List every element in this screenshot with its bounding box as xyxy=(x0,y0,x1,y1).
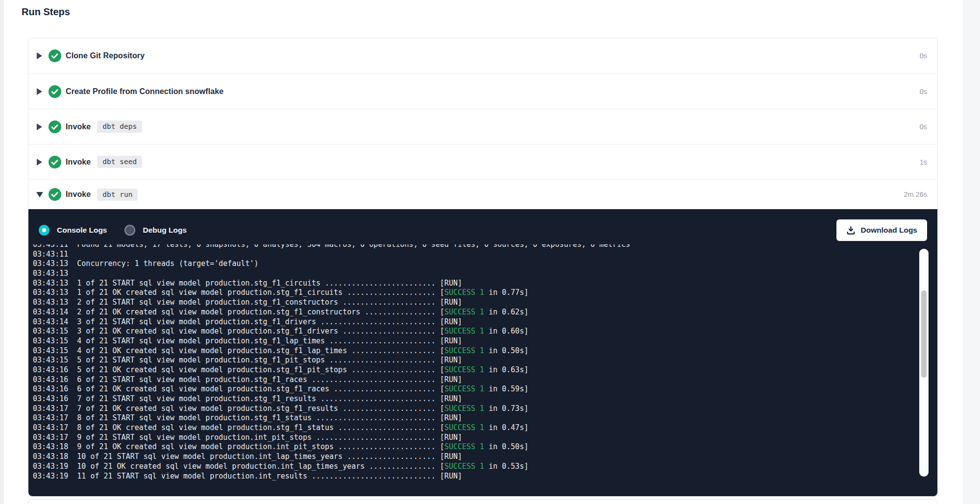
debug-logs-radio[interactable]: Debug Logs xyxy=(124,225,187,236)
step-title: Create Profile from Connection snowflake xyxy=(66,87,223,96)
log-line: 03:43:17 8 of 21 START sql view model pr… xyxy=(33,413,937,423)
step-title: Clone Git Repository xyxy=(66,51,145,60)
page-left-gutter xyxy=(0,0,4,504)
log-line: 03:43:17 9 of 21 START sql view model pr… xyxy=(33,433,937,443)
log-line: 03:43:13 2 of 21 START sql view model pr… xyxy=(33,298,937,308)
download-logs-label: Download Logs xyxy=(861,226,917,235)
log-scrollbar-track[interactable] xyxy=(919,249,929,477)
chevron-right-icon[interactable] xyxy=(36,123,43,130)
success-check-icon xyxy=(49,49,61,62)
log-lines: 03:43:11 Found 21 models, 17 tests, 0 sn… xyxy=(28,244,937,481)
log-line: 03:43:18 10 of 21 START sql view model p… xyxy=(33,452,937,462)
log-line: 03:43:15 4 of 21 OK created sql view mod… xyxy=(33,346,937,356)
step-title: Invoke xyxy=(66,158,91,167)
log-line: 03:43:16 6 of 21 START sql view model pr… xyxy=(33,375,937,385)
success-check-icon xyxy=(49,85,61,98)
radio-unselected-icon[interactable] xyxy=(124,225,135,236)
page-right-gutter xyxy=(963,0,980,504)
log-line: 03:43:11 xyxy=(33,250,937,260)
step-row-clone-git-repository[interactable]: Clone Git Repository 0s xyxy=(28,38,937,73)
step-duration: 0s xyxy=(920,123,927,131)
log-line: 03:43:16 6 of 21 OK created sql view mod… xyxy=(33,384,937,394)
log-line: 03:43:13 xyxy=(33,269,937,279)
log-line: 03:43:11 Found 21 models, 17 tests, 0 sn… xyxy=(33,244,937,250)
log-line: 03:43:15 4 of 21 START sql view model pr… xyxy=(33,336,937,346)
step-title: Invoke xyxy=(66,190,91,199)
step-duration: 2m 26s xyxy=(904,191,927,198)
log-scrollbar-thumb[interactable] xyxy=(921,290,927,378)
log-line: 03:43:15 3 of 21 OK created sql view mod… xyxy=(33,327,937,336)
log-line: 03:43:13 1 of 21 OK created sql view mod… xyxy=(33,288,937,298)
log-line: 03:43:17 8 of 21 OK created sql view mod… xyxy=(33,423,937,433)
download-icon xyxy=(846,226,856,235)
step-row-invoke-dbt-run[interactable]: Invoke dbt run 2m 26s xyxy=(28,179,937,209)
step-row-invoke-dbt-deps[interactable]: Invoke dbt deps 0s xyxy=(28,109,937,144)
log-line: 03:43:19 10 of 21 OK created sql view mo… xyxy=(33,462,937,472)
step-row-create-profile[interactable]: Create Profile from Connection snowflake… xyxy=(28,73,937,109)
step-command-badge: dbt deps xyxy=(97,120,142,133)
log-line: 03:43:13 1 of 21 START sql view model pr… xyxy=(33,279,937,288)
log-line: 03:43:14 2 of 21 OK created sql view mod… xyxy=(33,308,937,317)
chevron-down-icon[interactable] xyxy=(36,192,43,197)
log-line: 03:43:17 7 of 21 OK created sql view mod… xyxy=(33,404,937,414)
debug-logs-label: Debug Logs xyxy=(143,226,187,235)
log-line: 03:43:13 Concurrency: 1 threads (target=… xyxy=(33,259,937,269)
step-title: Invoke xyxy=(66,122,91,131)
step-duration: 0s xyxy=(920,52,927,60)
success-check-icon xyxy=(49,120,61,133)
log-line: 03:43:19 11 of 21 START sql view model p… xyxy=(33,472,937,481)
step-command-badge: dbt seed xyxy=(97,156,142,168)
run-steps-card: Clone Git Repository 0s Create Profile f… xyxy=(28,38,938,497)
log-line: 03:43:16 7 of 21 START sql view model pr… xyxy=(33,394,937,404)
log-line: 03:43:14 3 of 21 START sql view model pr… xyxy=(33,317,937,327)
chevron-right-icon[interactable] xyxy=(36,88,43,95)
radio-selected-icon[interactable] xyxy=(39,225,49,236)
console-logs-label: Console Logs xyxy=(57,226,107,235)
log-line: 03:43:16 5 of 21 OK created sql view mod… xyxy=(33,365,937,375)
chevron-right-icon[interactable] xyxy=(36,159,43,166)
chevron-right-icon[interactable] xyxy=(36,52,43,59)
console-logs-radio[interactable]: Console Logs xyxy=(39,225,107,236)
step-duration: 1s xyxy=(920,158,927,166)
download-logs-button[interactable]: Download Logs xyxy=(836,219,927,241)
log-line: 03:43:15 5 of 21 START sql view model pr… xyxy=(33,356,937,365)
success-check-icon xyxy=(49,156,61,168)
log-panel: Console Logs Debug Logs Download Logs 03… xyxy=(28,209,937,496)
success-check-icon xyxy=(49,188,61,201)
console-log-output[interactable]: 03:43:11 Found 21 models, 17 tests, 0 sn… xyxy=(28,244,937,496)
step-row-invoke-dbt-seed[interactable]: Invoke dbt seed 1s xyxy=(28,144,937,179)
log-toolbar: Console Logs Debug Logs Download Logs xyxy=(28,209,937,241)
page-title: Run Steps xyxy=(22,5,70,19)
run-steps-page: Run Steps Clone Git Repository 0s Create… xyxy=(0,0,980,504)
log-line: 03:43:18 9 of 21 OK created sql view mod… xyxy=(33,442,937,452)
next-card-partial xyxy=(28,499,938,504)
step-duration: 0s xyxy=(920,88,927,96)
step-command-badge: dbt run xyxy=(97,189,138,201)
